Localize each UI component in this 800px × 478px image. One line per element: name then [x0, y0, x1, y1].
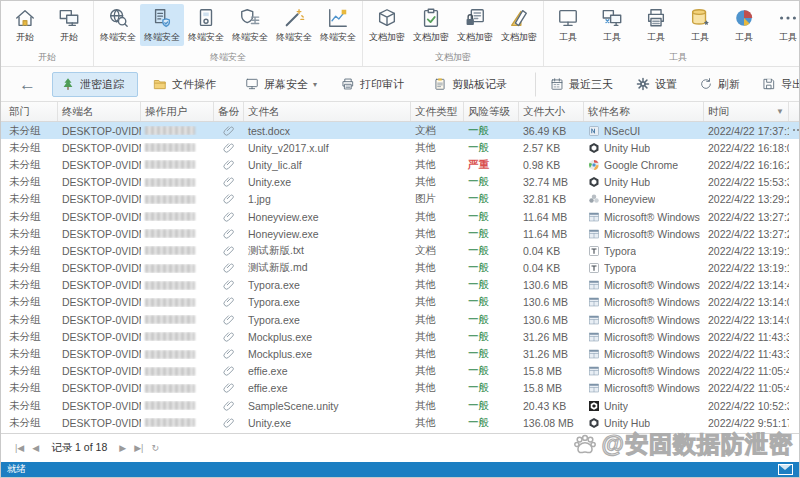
ribbon-button[interactable]: 终端安全 — [184, 4, 228, 46]
ribbon-button[interactable]: 终端安全 — [96, 4, 140, 46]
ribbon-button-label: 工具 — [735, 31, 753, 44]
file-size-cell: 136.08 MB — [519, 417, 584, 429]
ribbon-button-icon — [645, 7, 667, 29]
ribbon-button[interactable]: 文档加密 — [453, 4, 497, 46]
ribbon-button[interactable]: 工具 — [766, 4, 800, 46]
software-cell: Microsoft® Windows® Oper... — [584, 296, 704, 308]
table-row[interactable]: 未分组 DESKTOP-0VIDMDJ Unity_lic.alf 其他 严重 … — [1, 156, 799, 173]
ribbon-button[interactable]: 终端安全 — [316, 4, 360, 46]
ribbon-button[interactable]: 终端安全 — [272, 4, 316, 46]
file-type-cell: 其他 — [411, 313, 464, 327]
table-row[interactable]: 未分组 DESKTOP-0VIDMDJ Unity.exe 其他 一般 32.7… — [1, 174, 799, 191]
paperclip-icon[interactable] — [223, 382, 235, 394]
paperclip-icon[interactable] — [223, 331, 235, 343]
ribbon-button[interactable]: 工具 — [722, 4, 766, 46]
table-row[interactable]: 未分组 DESKTOP-0VIDMDJ Typora.exe 其他 一般 130… — [1, 311, 799, 328]
table-row[interactable]: 未分组 DESKTOP-0VIDMDJ effie.exe 其他 一般 15.8… — [1, 363, 799, 380]
prev-page-button[interactable]: ◀ — [28, 443, 43, 453]
paperclip-icon[interactable] — [223, 314, 235, 326]
paperclip-icon[interactable] — [223, 262, 235, 274]
ribbon-button[interactable]: 终端安全 — [228, 4, 272, 46]
back-arrow-icon[interactable]: ← — [19, 76, 36, 93]
toolbar-button[interactable]: 文件操作 — [144, 72, 230, 97]
table-row[interactable]: 未分组 DESKTOP-0VIDMDJ Typora.exe 其他 一般 130… — [1, 294, 799, 311]
table-row[interactable]: 未分组 DESKTOP-0VIDMDJ 1.jpg 图片 一般 32.81 KB… — [1, 191, 799, 208]
paperclip-icon[interactable] — [223, 296, 235, 308]
table-row[interactable]: 未分组 DESKTOP-0VIDMDJ effie.exe 其他 一般 15.8… — [1, 380, 799, 397]
column-header-time[interactable]: 时间 ▼ — [704, 102, 789, 121]
column-header-type[interactable]: 文件类型 — [411, 102, 464, 121]
column-header-terminal[interactable]: 终端名 — [58, 102, 141, 121]
column-header-software[interactable]: 软件名称 — [584, 102, 704, 121]
redacted-user — [145, 298, 195, 307]
paperclip-icon[interactable] — [223, 211, 235, 223]
ribbon-button[interactable]: 工具 — [590, 4, 634, 46]
paperclip-icon[interactable] — [223, 365, 235, 377]
table-row[interactable]: 未分组 DESKTOP-0VIDMDJ 测试新版.md 其他 一般 0.04 K… — [1, 260, 799, 277]
table-row[interactable]: 未分组 DESKTOP-0VIDMDJ Honeyview.exe 其他 一般 … — [1, 225, 799, 242]
ribbon-button[interactable]: 开始 — [47, 4, 91, 46]
column-header-user[interactable]: 操作用户 — [141, 102, 214, 121]
toolbar-button[interactable]: 泄密追踪 — [52, 72, 138, 97]
paperclip-icon[interactable] — [223, 159, 235, 171]
toolbar-right-button[interactable]: 设置 — [627, 72, 686, 97]
column-header-file[interactable]: 文件名 — [244, 102, 411, 121]
table-row[interactable]: 未分组 DESKTOP-0VIDMDJ 测试新版.txt 文档 一般 0.04 … — [1, 242, 799, 259]
column-header-dept[interactable]: 部门 — [1, 102, 58, 121]
ribbon-button[interactable]: 文档加密 — [409, 4, 453, 46]
software-cell: Unity Hub — [584, 142, 704, 154]
ribbon-button[interactable]: 终端安全 — [140, 4, 184, 46]
column-header-risk[interactable]: 风险等级 — [464, 102, 519, 121]
table-row[interactable]: 未分组 DESKTOP-0VIDMDJ SampleScene.unity 其他… — [1, 397, 799, 414]
toolbar-button[interactable]: 打印审计 — [332, 72, 418, 97]
software-name: NSecUI — [604, 125, 640, 137]
ribbon-button[interactable]: 工具 — [634, 4, 678, 46]
message-icon[interactable] — [778, 464, 793, 475]
ribbon-button[interactable]: 工具 — [546, 4, 590, 46]
table-row[interactable]: 未分组 DESKTOP-0VIDMDJ Unity.exe 其他 一般 136.… — [1, 414, 799, 431]
paperclip-icon[interactable] — [223, 417, 235, 429]
paperclip-icon[interactable] — [223, 348, 235, 360]
table-row[interactable]: 未分组 DESKTOP-0VIDMDJ Unity_v2017.x.ulf 其他… — [1, 139, 799, 156]
toolbar-button[interactable]: 最近三天 — [535, 72, 627, 97]
terminal-cell: DESKTOP-0VIDMDJ — [58, 365, 141, 377]
risk-badge: 一般 — [468, 313, 489, 327]
file-size-cell: 0.04 KB — [519, 262, 584, 274]
paperclip-icon[interactable] — [223, 400, 235, 412]
paperclip-icon[interactable] — [223, 176, 235, 188]
column-header-size[interactable]: 文件大小 — [519, 102, 584, 121]
column-header-backup[interactable]: 备份 — [214, 102, 244, 121]
ribbon-button[interactable]: 文档加密 — [365, 4, 409, 46]
last-page-button[interactable]: ▶| — [130, 443, 147, 453]
paperclip-icon[interactable] — [223, 142, 235, 154]
user-cell — [141, 178, 214, 187]
toolbar-button[interactable]: 剪贴板记录 — [424, 72, 521, 97]
table-row[interactable]: 未分组 DESKTOP-0VIDMDJ Mockplus.exe 其他 一般 3… — [1, 345, 799, 362]
risk-cell: 一般 — [464, 399, 519, 413]
refresh-page-button[interactable]: ↻ — [147, 443, 163, 453]
table-row[interactable]: 未分组 DESKTOP-0VIDMDJ Honeyview.exe 其他 一般 … — [1, 208, 799, 225]
paperclip-icon[interactable] — [223, 125, 235, 137]
paperclip-icon[interactable] — [223, 279, 235, 291]
time-filter-icon[interactable]: ▼ — [776, 107, 784, 116]
ribbon-button[interactable]: 开始 — [3, 4, 47, 46]
paperclip-icon[interactable] — [223, 228, 235, 240]
toolbar-right-button[interactable]: 刷新 — [690, 72, 749, 97]
toolbar-right-button[interactable]: 导出 — [753, 72, 800, 97]
ribbon-button-label: 终端安全 — [188, 31, 224, 44]
dept-cell: 未分组 — [1, 399, 58, 413]
table-row[interactable]: 未分组 DESKTOP-0VIDMDJ test.docx 文档 一般 36.4… — [1, 122, 799, 139]
paperclip-icon[interactable] — [223, 245, 235, 257]
ribbon-button[interactable]: 文档加密 — [497, 4, 541, 46]
first-page-button[interactable]: |◀ — [11, 443, 28, 453]
ribbon-button-label: 开始 — [16, 31, 34, 44]
next-page-button[interactable]: ▶ — [115, 443, 130, 453]
ribbon-button[interactable]: 工具 — [678, 4, 722, 46]
table-row[interactable]: 未分组 DESKTOP-0VIDMDJ Mockplus.exe 其他 一般 3… — [1, 328, 799, 345]
file-size-cell: 130.6 MB — [519, 296, 584, 308]
paperclip-icon[interactable] — [223, 193, 235, 205]
table-row[interactable]: 未分组 DESKTOP-0VIDMDJ Typora.exe 其他 一般 130… — [1, 277, 799, 294]
redacted-user — [145, 126, 195, 135]
toolbar-button[interactable]: 屏幕安全 ▾ — [236, 72, 326, 97]
user-cell — [141, 229, 214, 238]
